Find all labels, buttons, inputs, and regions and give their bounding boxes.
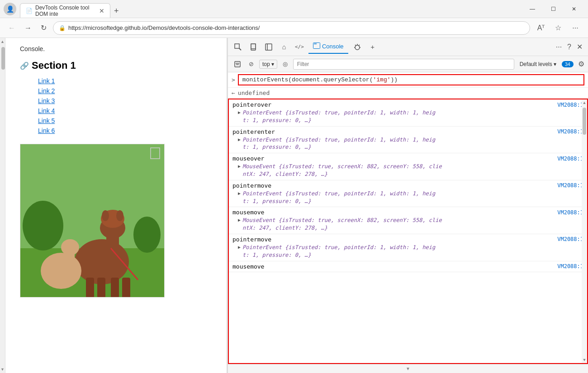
title-bar: 👤 📄 DevTools Console tool DOM inte ✕ + —… [0,0,588,18]
scroll-down-arrow[interactable]: ▼ [0,366,5,373]
event-pointermove-2-header: pointermove VM2088:1 [232,236,583,243]
nav-bar: ← → ↻ 🔒 https://microsoftedge.github.io/… [0,18,588,38]
event-mousemove-1-link[interactable]: VM2088:1 [557,209,583,216]
event-pointerover-name: pointerover [232,101,271,108]
expand-icon[interactable]: ▶ [238,164,241,169]
event-pointerover-detail: ▶ PointerEvent {isTrusted: true, pointer… [232,109,583,124]
dt-add-button[interactable]: + [366,41,379,53]
window-controls: — ☐ ✕ [522,0,584,18]
levels-arrow-icon: ▾ [554,61,556,67]
output-arrow: ← [232,90,235,96]
console-clear-button[interactable] [232,59,243,69]
log-levels-button[interactable]: Default levels ▾ [517,60,559,68]
forward-button[interactable]: → [22,22,34,34]
page-content: Console. 🔗 Section 1 Link 1 Link 2 Link … [5,38,227,373]
svg-point-8 [102,210,109,221]
dt-tab-console[interactable]: Console [308,40,348,54]
event-detail-text: PointerEvent {isTrusted: true, pointerId… [242,244,435,259]
dt-inspect-button[interactable] [232,41,244,53]
address-bar[interactable]: 🔒 https://microsoftedge.github.io/Demos/… [53,21,530,35]
event-mousemove-2-link[interactable]: VM2088:1 [557,263,583,269]
scroll-thumb [583,108,586,135]
dt-debug-button[interactable] [351,41,364,53]
event-pointerenter-link[interactable]: VM2088:1 [557,128,583,135]
list-item: Link 1 [38,77,212,85]
event-pointermove-1: pointermove VM2088:1 ▶ PointerEvent {isT… [229,180,587,208]
read-aloud-button[interactable]: Aᵀ [534,21,548,35]
event-pointerenter-header: pointerenter VM2088:1 [232,128,583,135]
event-pointermove-1-detail: ▶ PointerEvent {isTrusted: true, pointer… [232,190,583,205]
more-button[interactable]: ··· [568,21,583,35]
svg-point-3 [133,217,161,253]
expand-icon[interactable]: ▶ [238,217,241,222]
dt-close-button[interactable]: ✕ [575,41,584,53]
dt-home-button[interactable]: ⌂ [278,41,290,53]
event-pointermove-2-link[interactable]: VM2088:1 [557,236,583,242]
section-title: 🔗 Section 1 [20,60,212,71]
event-pointerenter-detail: ▶ PointerEvent {isTrusted: true, pointer… [232,136,583,151]
dt-help-button[interactable]: ? [565,41,573,53]
event-pointermove-2-detail: ▶ PointerEvent {isTrusted: true, pointer… [232,244,583,259]
profile-icon[interactable]: 👤 [4,3,16,15]
event-mousemove-2-name: mousemove [232,263,264,270]
live-expressions-button[interactable]: ◎ [280,59,290,69]
link-1[interactable]: Link 1 [38,77,55,85]
link-3[interactable]: Link 3 [38,97,55,104]
context-label: top [262,61,270,67]
minimize-button[interactable]: — [522,0,543,18]
console-ban-button[interactable]: ⊘ [246,59,256,69]
event-pointermove-1-link[interactable]: VM2088:1 [557,182,583,189]
maximize-button[interactable]: ☐ [543,0,564,18]
scroll-up-arrow[interactable]: ▲ [0,38,5,45]
expand-icon[interactable]: ▶ [238,137,241,142]
event-pointerover-link[interactable]: VM2088:1 [557,102,583,108]
command-code: monitorEvents(document.querySelector('im… [238,74,584,85]
devtools-toolbar: ⌂ </> Console [228,38,588,56]
link-2[interactable]: Link 2 [38,87,55,94]
event-mouseover-link[interactable]: VM2088:1 [557,156,583,162]
console-settings-button[interactable]: ⚙ [578,60,584,68]
event-detail-text: MouseEvent {isTrusted: true, screenX: 88… [242,217,442,232]
page-left-scrollbar[interactable]: ▲ ▼ [0,38,5,373]
url-text: https://microsoftedge.github.io/Demos/de… [68,24,524,31]
undefined-text: undefined [238,90,270,96]
expand-icon[interactable]: ▶ [238,245,241,250]
scroll-up-arrow[interactable]: ▲ [582,99,588,106]
svg-rect-19 [235,44,239,48]
refresh-button[interactable]: ↻ [38,22,49,34]
section-title-text: Section 1 [32,60,76,71]
console-body: > monitorEvents(document.querySelector('… [228,72,588,373]
active-tab[interactable]: 📄 DevTools Console tool DOM inte ✕ [20,3,110,18]
expand-icon[interactable]: ▶ [238,110,241,115]
expand-icon[interactable]: ▶ [238,191,241,196]
command-prompt: > [232,76,235,83]
devtools-panel: ⌂ </> Console [227,38,588,373]
filter-input[interactable] [293,59,514,70]
link-6[interactable]: Link 6 [38,127,55,134]
back-button[interactable]: ← [5,22,18,34]
dt-device-button[interactable] [247,41,260,53]
svg-rect-13 [122,278,130,297]
link-5[interactable]: Link 5 [38,117,55,124]
context-selector[interactable]: top ▾ [259,60,277,69]
dt-sidebar-button[interactable] [262,41,275,53]
list-item: Link 2 [38,87,212,95]
tab-close-button[interactable]: ✕ [99,7,104,14]
dt-code-button[interactable]: </> [293,41,306,53]
bottom-scroll-arrow[interactable]: ▼ [406,366,410,371]
tab-title: DevTools Console tool DOM inte [35,5,95,17]
tab-favicon: 📄 [26,8,33,14]
dt-more-icon[interactable]: ··· [554,41,564,53]
svg-rect-33 [235,61,240,67]
link-4[interactable]: Link 4 [38,107,55,114]
list-item: Link 4 [38,107,212,115]
favorites-button[interactable]: ☆ [551,21,565,35]
event-mouseover-detail: ▶ MouseEvent {isTrusted: true, screenX: … [232,163,583,178]
browser-window: 👤 📄 DevTools Console tool DOM inte ✕ + —… [0,0,588,373]
close-button[interactable]: ✕ [564,0,584,18]
scroll-down-arrow[interactable]: ▼ [582,357,588,363]
console-tab-label: Console [322,43,344,50]
events-scrollbar[interactable]: ▲ ▼ [582,99,587,363]
new-tab-button[interactable]: + [110,5,123,18]
svg-point-16 [61,239,79,255]
